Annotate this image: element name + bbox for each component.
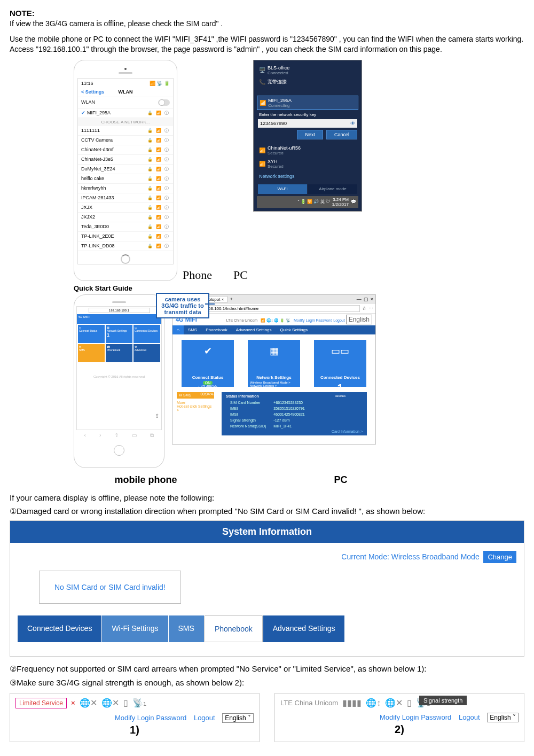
next-button[interactable]: Next [297, 130, 323, 139]
network-row[interactable]: ChinaNet-J3e5🔒 📶 ⓘ [78, 155, 173, 165]
tab-sms[interactable]: SMS [169, 615, 204, 642]
ssid-label: Network Name(SSID) [227, 424, 269, 428]
network-row[interactable]: TP-LINK_2E0E🔒 📶 ⓘ [78, 232, 173, 241]
window-close[interactable]: × [371, 297, 373, 302]
network-row[interactable]: TP-LINK_DD08🔒 📶 ⓘ [78, 241, 173, 251]
modify-password-link[interactable]: Modify Login Password [115, 714, 186, 722]
on-toggle[interactable]: ON [203, 381, 213, 385]
tile-advanced[interactable]: ⚙Advanced [134, 344, 160, 362]
modify-pwd-link[interactable]: Modify Login Password [294, 318, 332, 322]
status-time: 13:16 [81, 81, 93, 86]
tabs-icon[interactable]: ⧉ [150, 432, 154, 439]
share-icon[interactable]: ⇪ [155, 413, 159, 419]
network-row[interactable]: CCTV Camera🔒 📶 ⓘ [78, 136, 173, 145]
network-row[interactable]: ChinaNet-d3mf🔒 📶 ⓘ [78, 145, 173, 155]
net-mifi[interactable]: 📶 MIFI_295AConnecting [257, 96, 358, 110]
network-row[interactable]: JXJX🔒 📶 ⓘ [78, 203, 173, 213]
tile-phonebook[interactable]: ☎Phonebook [106, 344, 132, 362]
tab-sms[interactable]: SMS [184, 325, 201, 334]
lang-select[interactable]: English ˅ [222, 713, 254, 723]
network-row[interactable]: hkmrfwryhh🔒 📶 ⓘ [78, 184, 173, 193]
lang-select[interactable]: English [346, 315, 372, 324]
window-min[interactable]: — [357, 297, 362, 302]
ssid-value: MIFI_3F41 [270, 424, 308, 428]
tab-advanced-settings[interactable]: Advanced Settings [263, 615, 345, 642]
tile-sms[interactable]: ✉SMS [78, 344, 105, 362]
c2-row-c[interactable]: Wi-Fi Settings > [250, 387, 298, 391]
more-link[interactable]: More [177, 401, 214, 404]
card-info-link[interactable]: Card Information > [226, 430, 363, 433]
screenshots-row-2: 192.168.100.1 4G MIFI ●Connect Status ▦N… [74, 294, 524, 468]
broadband-name: 宽带连接 [268, 79, 287, 85]
tile-connect[interactable]: ●Connect Status [78, 325, 105, 343]
window-max[interactable]: ▢ [364, 297, 368, 302]
bls-name: BLS-office [268, 65, 289, 71]
reveal-icon[interactable]: 👁 [350, 121, 355, 126]
logout-link[interactable]: Logout [459, 713, 480, 721]
new-tab[interactable]: + [230, 297, 232, 302]
card-connect-status[interactable]: ✔ Connect Status ON ↑ 42.48Kb/s ↓ 34.10K… [182, 340, 234, 387]
phone-browser-mockup: 192.168.100.1 4G MIFI ●Connect Status ▦N… [74, 294, 164, 468]
tab-quick[interactable]: Quick Settings [276, 325, 312, 334]
tab-connected-devices[interactable]: Connected Devices [18, 615, 101, 642]
limited-service-badge: Limited Service [15, 698, 67, 708]
check-icon: ✔ [81, 110, 85, 115]
back-settings-link[interactable]: < Settings [81, 89, 104, 95]
logout-link[interactable]: Logout [333, 318, 344, 322]
wifi-tile[interactable]: Wi-Fi [258, 184, 307, 194]
net-chinanet[interactable]: 📶 ChinaNet-uR56Secured [257, 144, 358, 157]
network-row[interactable]: DoMyNet_3E24🔒 📶 ⓘ [78, 165, 173, 174]
connected-network[interactable]: ✔MIFI_295A 🔒 📶 ⓘ [78, 108, 173, 118]
phone-url-field[interactable]: 192.168.100.1 [89, 308, 150, 313]
tile-devices[interactable]: ▭Connected Devices [134, 325, 160, 343]
speed-up: ↑ 42.48Kb/s [198, 385, 218, 388]
change-button[interactable]: Change [483, 551, 516, 563]
modify-password-link[interactable]: Modify Login Password [380, 713, 451, 721]
logout-link[interactable]: Logout [194, 714, 215, 722]
system-tray: ˄ 🔋 🛜 🔊 英 🛡 3:24 PM1/2/2017 💬 [257, 196, 358, 208]
url-input[interactable]: 192.168.100.1/index.html#home [195, 305, 360, 312]
tab-advanced[interactable]: Advanced Settings [232, 325, 276, 334]
net-xyh[interactable]: 📶 XYHSecured [257, 157, 358, 170]
lang-select[interactable]: English ˅ [487, 713, 519, 722]
tab-phonebook[interactable]: Phonebook [205, 615, 263, 642]
star-icon[interactable]: ☆ [362, 306, 366, 311]
tab-wifi-settings[interactable]: Wi-Fi Settings [102, 615, 168, 642]
card1-title: Connect Status [184, 375, 232, 380]
network-row[interactable]: JXJX2🔒 📶 ⓘ [78, 213, 173, 222]
bookmarks-icon[interactable]: ▭ [132, 432, 137, 439]
back-icon[interactable]: ‹ [84, 432, 86, 439]
notifications-icon[interactable]: 💬 [351, 199, 356, 204]
wifi-icon: 📡₁ [132, 698, 146, 708]
tile-network[interactable]: ▦Network Settings1 [106, 325, 132, 343]
network-row[interactable]: Teda_3E0D0🔒 📶 ⓘ [78, 222, 173, 232]
menu-icon[interactable]: ⋯ [368, 306, 373, 311]
tab-phonebook[interactable]: Phonebook [201, 325, 231, 334]
no-signal-icon: × [71, 699, 75, 707]
network-row[interactable]: IPCAM-281433🔒 📶 ⓘ [78, 193, 173, 203]
network-row[interactable]: 1111111🔒 📶 ⓘ [78, 126, 173, 136]
system-info-panel: System Information Current Mode: Wireles… [10, 520, 524, 657]
card2-title: Network Settings [250, 375, 298, 380]
sig-label: Signal Strength [227, 418, 269, 423]
network-row[interactable]: helflo cake🔒 📶 ⓘ [78, 174, 173, 184]
share-icon[interactable]: ⇧ [114, 432, 119, 439]
choose-network-label: CHOOSE A NETWORK... [78, 118, 173, 126]
network-settings-link[interactable]: Network settings [259, 174, 356, 179]
net-bls[interactable]: 🖥️ BLS-officeConnected [257, 64, 358, 77]
password-field[interactable]: 1234567890 👁 [258, 119, 357, 128]
step-3: ③Make sure 3G/4G signal strength is enou… [10, 678, 524, 688]
status-icons: 📶 📡 🔋 [150, 81, 170, 86]
hotset-link[interactable]: Hot-set click Settings > [177, 404, 214, 412]
dial-icon: 📞 [259, 79, 265, 85]
wifi-info-icons: 🔒 📶 ⓘ [147, 110, 170, 116]
current-mode-label: Current Mode: Wireless Broadband Mode [341, 552, 479, 561]
tab-home[interactable]: ⌂ [172, 325, 184, 334]
forward-icon[interactable]: › [99, 432, 101, 439]
net-broadband[interactable]: 📞 宽带连接 [257, 77, 358, 87]
cancel-button[interactable]: Cancel [326, 130, 357, 139]
airplane-tile[interactable]: Airplane mode [308, 184, 357, 194]
card-network-settings[interactable]: ▦ Network Settings Wireless Broadband Mo… [248, 340, 300, 387]
wlan-toggle[interactable] [158, 99, 170, 106]
card-connected-devices[interactable]: ▭▭ Connected Devices 1 devices [314, 340, 366, 387]
